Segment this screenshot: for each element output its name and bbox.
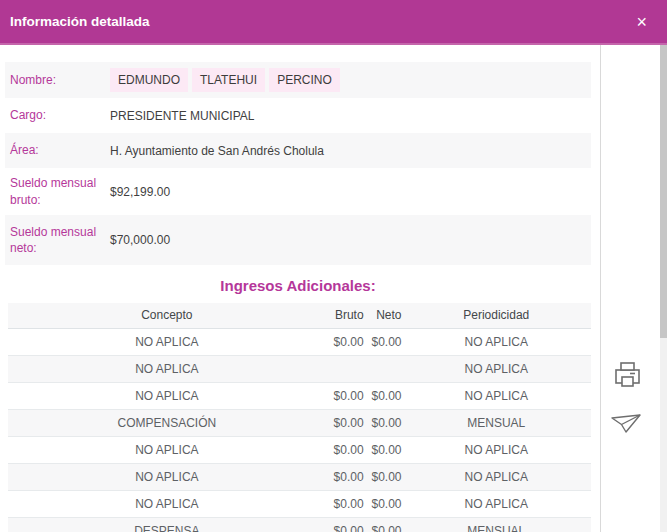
paper-plane-icon — [609, 425, 643, 440]
cell-bruto: $0.00 — [326, 383, 364, 410]
col-header-concepto: Concepto — [8, 303, 326, 329]
cell-bruto: $0.00 — [326, 410, 364, 437]
field-row-nombre: Nombre: EDMUNDO TLATEHUI PERCINO — [5, 62, 591, 98]
table-row: DESPENSA $0.00 $0.00 MENSUAL — [8, 518, 591, 532]
income-table: Concepto Bruto Neto Periodicidad NO APLI… — [8, 303, 591, 532]
name-chip: EDMUNDO — [110, 68, 188, 92]
cell-concepto: DESPENSA — [8, 518, 326, 532]
cell-bruto: $0.00 — [326, 437, 364, 464]
col-header-periodicidad: Periodicidad — [402, 303, 591, 329]
table-row: NO APLICA $0.00 $0.00 NO APLICA — [8, 383, 591, 410]
cell-periodicidad: MENSUAL — [402, 410, 591, 437]
table-row: NO APLICA NO APLICA — [8, 356, 591, 383]
col-header-bruto: Bruto — [326, 303, 364, 329]
cell-neto — [364, 356, 402, 383]
scrollbar-thumb[interactable] — [660, 45, 667, 338]
table-row: NO APLICA $0.00 $0.00 NO APLICA — [8, 464, 591, 491]
name-chip: TLATEHUI — [192, 68, 265, 92]
field-value: $92,199.00 — [110, 185, 170, 199]
cell-neto: $0.00 — [364, 491, 402, 518]
cell-periodicidad: NO APLICA — [402, 437, 591, 464]
table-row: NO APLICA $0.00 $0.00 NO APLICA — [8, 491, 591, 518]
field-row-area: Área: H. Ayuntamiento de San Andrés Chol… — [5, 133, 591, 168]
send-button[interactable] — [609, 409, 643, 440]
name-chips: EDMUNDO TLATEHUI PERCINO — [110, 68, 340, 92]
cell-neto: $0.00 — [364, 437, 402, 464]
cell-periodicidad: NO APLICA — [402, 329, 591, 356]
field-value: H. Ayuntamiento de San Andrés Cholula — [110, 144, 324, 158]
cell-concepto: NO APLICA — [8, 464, 326, 491]
field-row-cargo: Cargo: PRESIDENTE MUNICIPAL — [5, 98, 591, 133]
section-title: Ingresos Adicionales: — [5, 277, 591, 294]
cell-periodicidad: NO APLICA — [402, 491, 591, 518]
cell-concepto: NO APLICA — [8, 329, 326, 356]
field-label: Cargo: — [5, 107, 105, 123]
name-chip: PERCINO — [269, 68, 340, 92]
col-header-neto: Neto — [364, 303, 402, 329]
field-label: Área: — [5, 142, 105, 158]
cell-bruto: $0.00 — [326, 518, 364, 532]
cell-periodicidad: MENSUAL — [402, 518, 591, 532]
cell-neto: $0.00 — [364, 329, 402, 356]
cell-neto: $0.00 — [364, 383, 402, 410]
cell-bruto: $0.00 — [326, 464, 364, 491]
field-row-sueldo-neto: Sueldo mensual neto: $70,000.00 — [5, 215, 591, 265]
close-icon[interactable]: × — [636, 13, 647, 31]
table-row: NO APLICA $0.00 $0.00 NO APLICA — [8, 329, 591, 356]
table-header-row: Concepto Bruto Neto Periodicidad — [8, 303, 591, 329]
print-button[interactable] — [612, 360, 643, 395]
detail-fields: Nombre: EDMUNDO TLATEHUI PERCINO Cargo: … — [5, 45, 591, 532]
modal-window: Información detallada × Nombre: EDMUNDO … — [0, 0, 667, 532]
field-row-sueldo-bruto: Sueldo mensual bruto: $92,199.00 — [5, 168, 591, 215]
cell-periodicidad: NO APLICA — [402, 356, 591, 383]
field-label: Sueldo mensual bruto: — [5, 175, 105, 207]
cell-concepto: NO APLICA — [8, 383, 326, 410]
cell-concepto: NO APLICA — [8, 356, 326, 383]
field-label: Sueldo mensual neto: — [5, 224, 105, 256]
field-value: PRESIDENTE MUNICIPAL — [110, 109, 254, 123]
cell-neto: $0.00 — [364, 464, 402, 491]
cell-neto: $0.00 — [364, 410, 402, 437]
field-label: Nombre: — [5, 72, 105, 88]
table-row: NO APLICA $0.00 $0.00 NO APLICA — [8, 437, 591, 464]
cell-concepto: NO APLICA — [8, 491, 326, 518]
cell-bruto: $0.00 — [326, 491, 364, 518]
cell-periodicidad: NO APLICA — [402, 464, 591, 491]
field-value: $70,000.00 — [110, 233, 170, 247]
cell-bruto: $0.00 — [326, 329, 364, 356]
cell-bruto — [326, 356, 364, 383]
cell-concepto: COMPENSACIÓN — [8, 410, 326, 437]
cell-neto: $0.00 — [364, 518, 402, 532]
vertical-divider — [600, 45, 601, 532]
table-row: COMPENSACIÓN $0.00 $0.00 MENSUAL — [8, 410, 591, 437]
modal-header: Información detallada × — [0, 0, 667, 45]
modal-title: Información detallada — [10, 14, 150, 29]
printer-icon — [612, 380, 643, 395]
cell-periodicidad: NO APLICA — [402, 383, 591, 410]
cell-concepto: NO APLICA — [8, 437, 326, 464]
